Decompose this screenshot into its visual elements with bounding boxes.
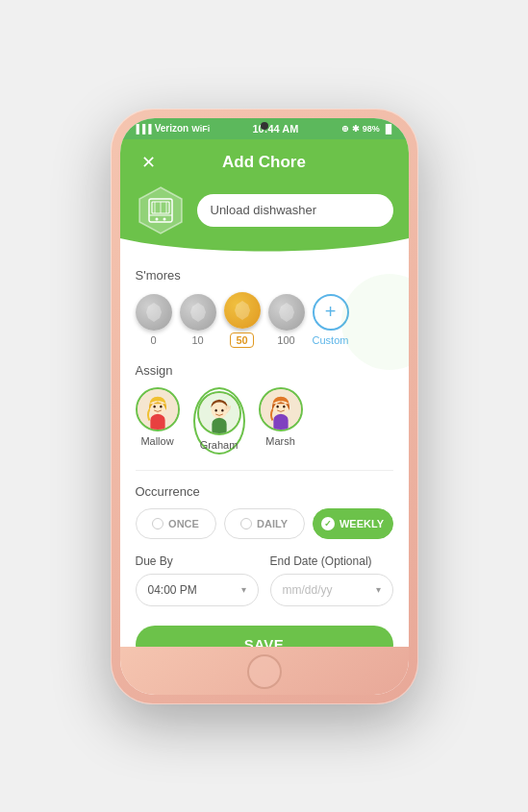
smores-section: S'mores 0: [136, 268, 393, 348]
assignee-mallow-name: Mallow: [140, 435, 173, 447]
smores-option-0[interactable]: 0: [136, 294, 172, 346]
custom-circle: +: [313, 294, 349, 331]
signal-bars: ▐▐▐: [134, 124, 152, 134]
smores-option-100[interactable]: 100: [268, 294, 305, 346]
custom-label: Custom: [313, 334, 349, 346]
smores-options: 0 10: [136, 292, 393, 348]
smores-option-50[interactable]: 50: [224, 292, 261, 348]
bluetooth-icon: ✱: [352, 124, 360, 134]
speaker: [261, 122, 268, 130]
smores-option-custom[interactable]: + Custom: [313, 294, 349, 346]
occurrence-daily-button[interactable]: DAILY: [224, 508, 305, 539]
svg-point-16: [160, 405, 162, 407]
end-date-label: End Date (Optional): [270, 554, 393, 568]
svg-marker-9: [146, 303, 162, 322]
coin-50-label: 50: [230, 332, 253, 348]
phone-screen: ▐▐▐ Verizon WiFi 10:44 AM ⊕ ✱ 98% ▐▌ ✕ A…: [120, 118, 409, 695]
assignee-marsh-name: Marsh: [265, 435, 295, 447]
daily-label: DAILY: [257, 518, 288, 529]
svg-point-5: [163, 217, 165, 220]
battery-percent: 98%: [363, 124, 380, 134]
avatar-marsh: [259, 387, 303, 431]
location-icon: ⊕: [341, 124, 349, 134]
coin-100: [268, 294, 305, 331]
svg-marker-11: [235, 301, 250, 320]
avatar-graham: [197, 391, 241, 435]
wifi-icon: WiFi: [191, 124, 210, 134]
once-radio: [152, 518, 163, 529]
occurrence-once-button[interactable]: ONCE: [136, 508, 216, 539]
coin-50: [224, 292, 261, 329]
weekly-check: ✓: [321, 517, 335, 530]
svg-point-4: [155, 217, 158, 220]
end-date-select[interactable]: mm/dd/yy ▾: [270, 574, 393, 606]
assignee-graham-name: Graham: [200, 439, 239, 451]
occurrence-section: Occurrence ONCE DAILY ✓ WEEKLY: [136, 484, 393, 539]
carrier-name: Verizon: [155, 123, 189, 134]
svg-point-20: [221, 408, 223, 411]
due-by-label: Due By: [136, 554, 259, 568]
svg-point-19: [214, 408, 216, 411]
end-date-chevron: ▾: [376, 584, 381, 595]
page-body: S'mores 0: [120, 255, 409, 647]
due-by-group: Due By 04:00 PM ▾: [136, 554, 259, 606]
once-label: ONCE: [168, 518, 199, 529]
battery-icon: ▐▌: [383, 124, 395, 134]
occurrence-label: Occurrence: [136, 484, 393, 499]
smores-option-10[interactable]: 10: [180, 294, 216, 346]
assignee-graham[interactable]: Graham: [193, 387, 245, 455]
save-button[interactable]: SAVE: [136, 626, 393, 647]
home-button-area: [120, 647, 409, 695]
svg-marker-10: [190, 303, 206, 322]
chore-name-input[interactable]: [197, 194, 393, 227]
coin-10: [180, 294, 216, 331]
coin-10-label: 10: [191, 334, 203, 346]
avatar-mallow: [136, 387, 180, 431]
assignee-mallow[interactable]: Mallow: [136, 387, 180, 455]
coin-0-label: 0: [150, 334, 156, 346]
svg-marker-12: [279, 303, 294, 322]
coin-0: [136, 294, 172, 331]
due-by-select[interactable]: 04:00 PM ▾: [136, 574, 259, 606]
weekly-label: WEEKLY: [339, 518, 384, 529]
chore-icon: [136, 185, 186, 235]
coin-100-label: 100: [277, 334, 294, 346]
page-title: Add Chore: [163, 153, 366, 172]
close-button[interactable]: ✕: [136, 149, 163, 176]
section-divider: [136, 470, 393, 471]
daily-radio: [240, 518, 252, 529]
status-carrier: ▐▐▐ Verizon WiFi: [134, 123, 211, 134]
end-date-placeholder: mm/dd/yy: [283, 583, 333, 597]
page-header: ✕ Add Chore: [120, 139, 409, 255]
due-by-value: 04:00 PM: [148, 583, 197, 597]
home-button[interactable]: [247, 654, 282, 689]
header-content: [136, 185, 393, 235]
svg-point-15: [153, 405, 155, 407]
assignees-list: Mallow: [136, 387, 393, 455]
status-right-icons: ⊕ ✱ 98% ▐▌: [341, 124, 395, 134]
phone-frame: ▐▐▐ Verizon WiFi 10:44 AM ⊕ ✱ 98% ▐▌ ✕ A…: [111, 109, 418, 704]
occurrence-weekly-button[interactable]: ✓ WEEKLY: [313, 508, 393, 539]
end-date-group: End Date (Optional) mm/dd/yy ▾: [270, 554, 393, 606]
assignee-marsh[interactable]: Marsh: [259, 387, 303, 455]
smores-label: S'mores: [136, 268, 393, 283]
due-by-chevron: ▾: [241, 584, 246, 595]
due-section: Due By 04:00 PM ▾ End Date (Optional) mm…: [136, 554, 393, 606]
header-top-bar: ✕ Add Chore: [136, 149, 393, 176]
assign-label: Assign: [136, 363, 393, 378]
svg-point-24: [283, 405, 285, 407]
occurrence-options: ONCE DAILY ✓ WEEKLY: [136, 508, 393, 539]
assign-section: Assign: [136, 363, 393, 455]
svg-point-23: [276, 405, 278, 407]
